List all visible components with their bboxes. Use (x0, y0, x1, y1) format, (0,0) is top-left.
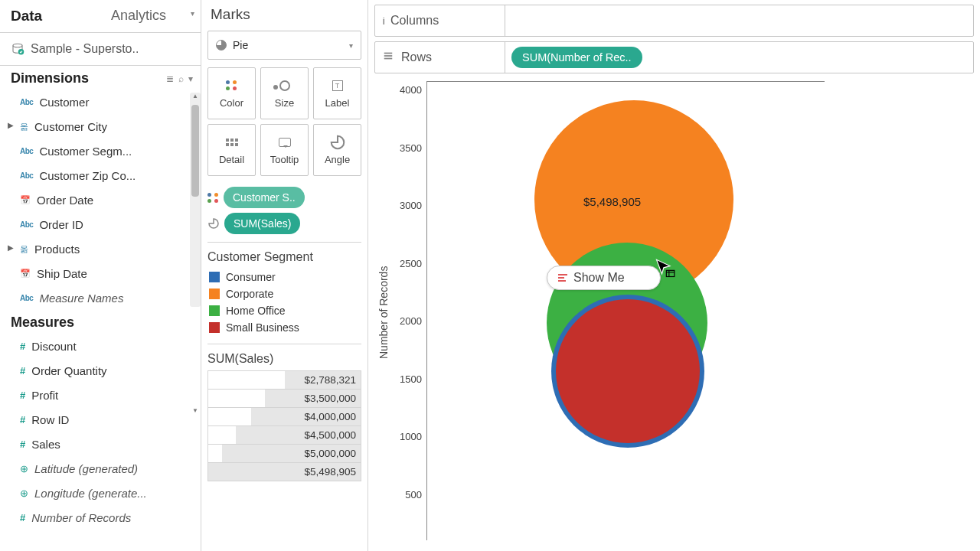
show-me-button[interactable]: Show Me (547, 266, 661, 290)
data-panel-tabs: Data Analytics (0, 0, 201, 33)
field-profit[interactable]: #Profit (0, 383, 201, 407)
color-legend-title: Customer Segment (207, 250, 361, 269)
mark-color-button[interactable]: Color (207, 67, 256, 119)
measures-list: #Discount#Order Quantity#Profit#Row ID#S… (0, 334, 201, 530)
field-customer-zip-co-[interactable]: AbcCustomer Zip Co... (0, 163, 201, 187)
mark-tooltip-button[interactable]: Tooltip (260, 124, 309, 176)
mark-angle-button[interactable]: Angle (313, 124, 361, 176)
view-list-icon[interactable]: ≣ (166, 73, 174, 84)
datasource-icon (11, 42, 24, 56)
rows-shelf[interactable]: Rows SUM(Number of Rec.. (374, 41, 974, 73)
field-discount[interactable]: #Discount (0, 334, 201, 358)
field-row-id[interactable]: #Row ID (0, 407, 201, 432)
datasource-row[interactable]: Sample - Supersto.. (0, 33, 201, 66)
marks-type-dropdown[interactable]: Pie (207, 31, 361, 60)
color-icon (207, 193, 219, 203)
rows-label: Rows (401, 51, 432, 64)
label-icon: T (329, 79, 346, 93)
y-tick: 3000 (393, 200, 422, 211)
legend-item[interactable]: Consumer (207, 269, 361, 285)
y-tick: 2000 (393, 315, 422, 327)
y-tick: 1000 (393, 431, 422, 442)
dimensions-title: Dimensions (11, 70, 89, 86)
field-ship-date[interactable]: 📅Ship Date (0, 261, 201, 285)
y-tick: 1500 (393, 373, 422, 385)
mark-label-button[interactable]: TLabel (313, 67, 361, 119)
marks-title: Marks (207, 6, 361, 23)
pill-sum-records[interactable]: SUM(Number of Rec.. (511, 47, 642, 68)
y-tick: 2500 (393, 258, 422, 269)
svg-rect-2 (384, 53, 393, 54)
worksheet-area: iii Columns Rows SUM(Number of Rec.. Num… (368, 0, 980, 551)
plot-area[interactable]: $5,498,905 Show Me (426, 81, 825, 540)
pill-customer-segment[interactable]: Customer S.. (224, 187, 305, 208)
legend-item[interactable]: Small Business (207, 319, 361, 336)
size-legend-row[interactable]: $4,000,000 (207, 407, 361, 426)
field-latitude-generated-[interactable]: ⊕Latitude (generated) (0, 456, 201, 481)
legend-swatch (209, 322, 220, 333)
dimensions-menu-icon[interactable]: ▾ (188, 73, 193, 84)
marks-pill-row[interactable]: Customer S.. (207, 187, 361, 208)
marks-type-label: Pie (233, 39, 248, 51)
rows-icon (383, 51, 394, 64)
data-panel: Data Analytics Sample - Supersto.. Dimen… (0, 0, 201, 551)
legend-item[interactable]: Home Office (207, 302, 361, 319)
viz-canvas[interactable]: Number of Records 4000350030002500200015… (374, 78, 974, 546)
y-tick: 3500 (393, 142, 422, 154)
marks-shelf: Customer S.. SUM(Sales) (207, 184, 361, 234)
field-measure-names[interactable]: AbcMeasure Names (0, 285, 201, 310)
field-longitude-generate-[interactable]: ⊕Longitude (generate... (0, 481, 201, 505)
cursor-icon (654, 258, 675, 282)
mark-small-business[interactable] (556, 299, 700, 443)
field-number-of-records[interactable]: #Number of Records (0, 505, 201, 530)
field-customer-city[interactable]: ▶옮Customer City (0, 114, 201, 139)
field-products[interactable]: ▶옮Products (0, 236, 201, 261)
show-me-label: Show Me (573, 271, 625, 285)
marks-pill-row[interactable]: SUM(Sales) (207, 213, 361, 234)
color-icon (224, 79, 240, 93)
measures-title: Measures (11, 315, 74, 331)
datasource-name: Sample - Supersto.. (31, 42, 139, 56)
field-sales[interactable]: #Sales (0, 432, 201, 456)
size-icon (276, 79, 293, 93)
detail-icon (224, 135, 240, 149)
tab-analytics[interactable]: Analytics (100, 0, 201, 32)
color-legend: Customer Segment ConsumerCorporateHome O… (207, 242, 361, 336)
legend-swatch (209, 272, 220, 282)
search-icon[interactable]: ⌕ (178, 73, 184, 84)
dimensions-header: Dimensions ≣ ⌕ ▾ (0, 66, 201, 90)
dimensions-list: ▲ ▼ AbcCustomer▶옮Customer CityAbcCustome… (0, 90, 201, 310)
svg-point-0 (13, 44, 22, 47)
legend-item[interactable]: Corporate (207, 285, 361, 302)
mark-detail-button[interactable]: Detail (207, 124, 256, 176)
marks-buttons: ColorSizeTLabelDetailTooltipAngle (207, 67, 361, 176)
size-legend-row[interactable]: $4,500,000 (207, 425, 361, 445)
field-customer[interactable]: AbcCustomer (0, 90, 201, 114)
y-axis-title: Number of Records (374, 78, 393, 546)
y-tick: 4000 (393, 84, 422, 96)
field-order-id[interactable]: AbcOrder ID (0, 212, 201, 236)
field-customer-segm-[interactable]: AbcCustomer Segm... (0, 139, 201, 163)
field-order-date[interactable]: 📅Order Date (0, 187, 201, 212)
mark-size-button[interactable]: Size (260, 67, 309, 119)
angle-icon (329, 135, 346, 149)
legend-swatch (209, 289, 220, 299)
legend-swatch (209, 305, 220, 316)
pie-icon (216, 40, 227, 51)
size-legend-row[interactable]: $3,500,000 (207, 389, 361, 408)
data-label: $5,498,905 (583, 195, 641, 208)
svg-rect-4 (384, 58, 393, 60)
field-order-quantity[interactable]: #Order Quantity (0, 358, 201, 383)
size-legend: SUM(Sales) $2,788,321$3,500,000$4,000,00… (207, 344, 361, 481)
size-legend-row[interactable]: $5,000,000 (207, 444, 361, 463)
size-legend-row[interactable]: $5,498,905 (207, 462, 361, 481)
size-legend-row[interactable]: $2,788,321 (207, 370, 361, 390)
angle-icon (207, 217, 220, 230)
columns-shelf[interactable]: iii Columns (374, 5, 974, 37)
tab-data[interactable]: Data (0, 0, 100, 32)
svg-rect-3 (384, 55, 393, 57)
tooltip-icon (276, 135, 293, 149)
pill-sum-sales[interactable]: SUM(Sales) (224, 213, 300, 234)
columns-label: Columns (390, 14, 439, 28)
y-axis-ticks: 4000350030002500200015001000500 (393, 78, 426, 546)
